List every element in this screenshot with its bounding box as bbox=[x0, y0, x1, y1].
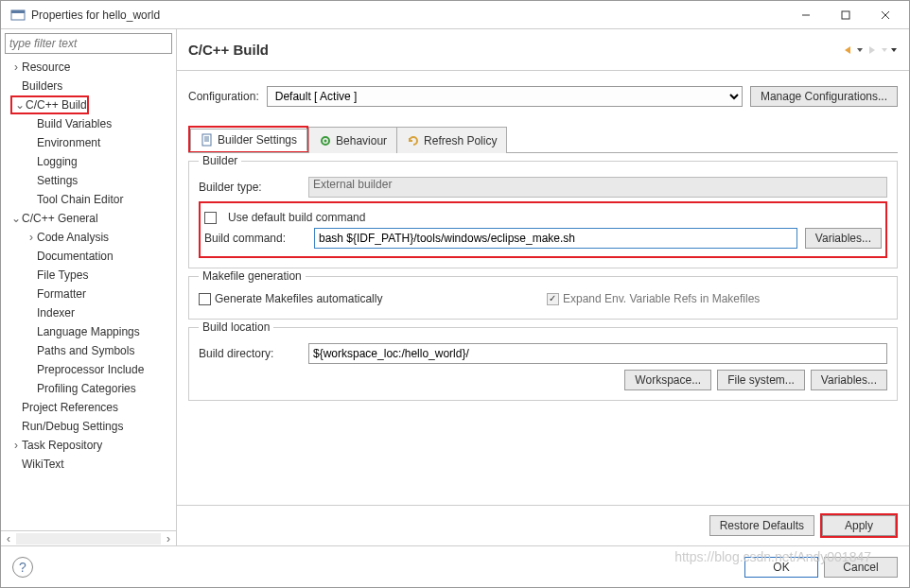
tree-item[interactable]: ⌄C/C++ General bbox=[1, 209, 176, 228]
tree-item[interactable]: Tool Chain Editor bbox=[1, 190, 176, 209]
build-location-fieldset: Build location Build directory: Workspac… bbox=[188, 327, 898, 401]
tab-label: Behaviour bbox=[336, 134, 387, 147]
back-menu-icon[interactable] bbox=[856, 43, 864, 57]
main-footer: Restore Defaults Apply bbox=[177, 505, 909, 545]
buildloc-variables-button[interactable]: Variables... bbox=[811, 370, 887, 390]
properties-window: Properties for hello_world ›Resource Bui… bbox=[0, 0, 910, 588]
filesystem-button[interactable]: File system... bbox=[717, 370, 805, 390]
main-header: C/C++ Build bbox=[177, 29, 909, 71]
tree-item[interactable]: Project References bbox=[1, 398, 176, 417]
tree-item[interactable]: Profiling Categories bbox=[1, 379, 176, 398]
apply-button-highlight: Apply bbox=[820, 513, 898, 538]
minimize-button[interactable] bbox=[786, 2, 826, 28]
tree-item-label: Project References bbox=[22, 401, 118, 414]
tree-item[interactable]: Indexer bbox=[1, 303, 176, 322]
view-menu-icon[interactable] bbox=[890, 43, 898, 57]
tree-item[interactable]: WikiText bbox=[1, 455, 176, 474]
tree-item-label: Environment bbox=[37, 136, 100, 149]
tree-item-label: Documentation bbox=[37, 250, 114, 263]
builder-type-label: Builder type: bbox=[199, 181, 301, 194]
tree-item[interactable]: File Types bbox=[1, 266, 176, 285]
window-title: Properties for hello_world bbox=[31, 9, 786, 22]
tree-item-label: Settings bbox=[37, 174, 78, 187]
tree-item-label: WikiText bbox=[22, 458, 64, 471]
tree-item[interactable]: ⌄C/C++ Build bbox=[1, 95, 176, 114]
build-command-input[interactable] bbox=[314, 228, 797, 249]
tree-item[interactable]: Paths and Symbols bbox=[1, 341, 176, 360]
use-default-build-label: Use default build command bbox=[228, 211, 365, 224]
tree-item[interactable]: Logging bbox=[1, 152, 176, 171]
tab-label: Refresh Policy bbox=[424, 134, 497, 147]
ok-button[interactable]: OK bbox=[744, 557, 818, 578]
tree-item[interactable]: ›Resource bbox=[1, 58, 176, 77]
tree-item-label: Task Repository bbox=[22, 439, 102, 452]
tree-item[interactable]: Preprocessor Include bbox=[1, 360, 176, 379]
svg-rect-1 bbox=[11, 10, 25, 13]
chevron-down-icon[interactable]: ⌄ bbox=[10, 212, 22, 225]
builder-settings-tab-highlight: Builder Settings bbox=[188, 126, 308, 152]
refresh-icon bbox=[407, 134, 420, 147]
tree-item-label: Language Mappings bbox=[37, 325, 140, 338]
builder-type-select[interactable]: External builder bbox=[308, 177, 887, 198]
tree-item-label: Profiling Categories bbox=[37, 382, 136, 395]
configuration-select[interactable]: Default [ Active ] bbox=[267, 86, 743, 107]
generate-makefiles-checkbox[interactable] bbox=[199, 293, 211, 305]
close-button[interactable] bbox=[866, 2, 905, 28]
tree-item-label: File Types bbox=[37, 268, 88, 282]
tree-item-label: Builders bbox=[22, 79, 62, 93]
tree-item[interactable]: ›Code Analysis bbox=[1, 228, 176, 247]
tree-item[interactable]: Build Variables bbox=[1, 114, 176, 133]
tree-item-label: C/C++ General bbox=[22, 212, 98, 225]
manage-configurations-button[interactable]: Manage Configurations... bbox=[750, 86, 898, 107]
tree-item-label: Run/Debug Settings bbox=[22, 420, 123, 433]
tree-item-label: Formatter bbox=[37, 287, 86, 301]
chevron-right-icon[interactable]: › bbox=[10, 439, 22, 452]
gear-icon bbox=[319, 134, 332, 147]
configuration-label: Configuration: bbox=[188, 90, 259, 103]
page-title: C/C++ Build bbox=[188, 42, 841, 58]
build-command-highlight: Use default build command Build command:… bbox=[199, 201, 887, 258]
apply-button[interactable]: Apply bbox=[822, 515, 896, 536]
chevron-down-icon[interactable]: ⌄ bbox=[14, 98, 26, 112]
tab-builder-settings[interactable]: Builder Settings bbox=[190, 129, 307, 151]
workspace-button[interactable]: Workspace... bbox=[624, 370, 711, 390]
tree-item[interactable]: Settings bbox=[1, 171, 176, 190]
sidebar-scrollbar[interactable]: ‹› bbox=[1, 530, 176, 545]
chevron-right-icon[interactable]: › bbox=[10, 61, 22, 74]
tab-behaviour[interactable]: Behaviour bbox=[308, 127, 397, 153]
variables-button[interactable]: Variables... bbox=[805, 228, 882, 249]
tree-item-label: Resource bbox=[22, 61, 70, 74]
builder-fieldset: Builder Builder type: External builder U… bbox=[188, 161, 898, 268]
properties-tree[interactable]: ›Resource Builders⌄C/C++ Build Build Var… bbox=[1, 54, 176, 530]
maximize-button[interactable] bbox=[826, 2, 866, 28]
tree-item-label: Logging bbox=[37, 155, 78, 168]
bottom-bar: ? OK Cancel https://blog.csdn.net/Andy00… bbox=[1, 545, 909, 587]
build-directory-input[interactable] bbox=[308, 343, 887, 364]
chevron-right-icon[interactable]: › bbox=[26, 231, 37, 244]
tree-item[interactable]: Environment bbox=[1, 133, 176, 152]
restore-defaults-button[interactable]: Restore Defaults bbox=[709, 515, 814, 536]
cancel-button[interactable]: Cancel bbox=[824, 557, 898, 578]
tree-item[interactable]: Run/Debug Settings bbox=[1, 417, 176, 436]
forward-icon[interactable] bbox=[866, 43, 879, 57]
tree-item-label: Preprocessor Include bbox=[37, 363, 144, 376]
expand-env-checkbox bbox=[547, 293, 559, 305]
expand-env-label: Expand Env. Variable Refs in Makefiles bbox=[563, 292, 760, 305]
tree-item[interactable]: Language Mappings bbox=[1, 322, 176, 341]
filter-input[interactable] bbox=[5, 33, 172, 54]
tab-refresh-policy[interactable]: Refresh Policy bbox=[396, 127, 507, 153]
tree-item[interactable]: Formatter bbox=[1, 285, 176, 303]
makefile-fieldset: Makefile generation Generate Makefiles a… bbox=[188, 276, 898, 320]
generate-makefiles-label: Generate Makefiles automatically bbox=[215, 292, 382, 305]
svg-rect-6 bbox=[202, 134, 211, 146]
use-default-build-checkbox[interactable] bbox=[204, 212, 217, 224]
svg-rect-3 bbox=[842, 11, 849, 19]
forward-menu-icon[interactable] bbox=[881, 43, 888, 57]
help-icon[interactable]: ? bbox=[12, 557, 33, 578]
tree-item[interactable]: Builders bbox=[1, 77, 176, 95]
tree-item[interactable]: ›Task Repository bbox=[1, 436, 176, 455]
tree-item-label: C/C++ Build bbox=[26, 98, 87, 112]
back-icon[interactable] bbox=[841, 43, 854, 57]
build-command-label: Build command: bbox=[204, 232, 306, 245]
tree-item[interactable]: Documentation bbox=[1, 247, 176, 266]
